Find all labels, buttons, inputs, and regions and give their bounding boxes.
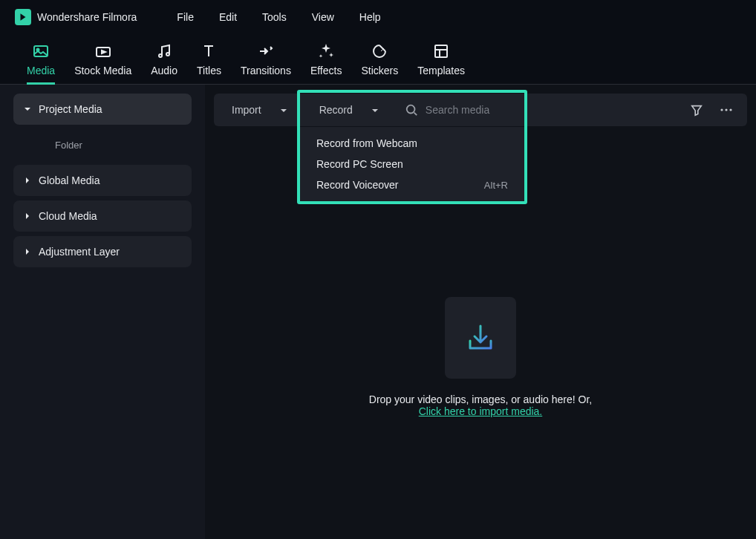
stickers-icon [371, 42, 388, 60]
filter-icon[interactable] [689, 102, 704, 117]
tab-transitions-label: Transitions [241, 65, 291, 76]
tab-stock-media-label: Stock Media [74, 65, 131, 76]
app-title: Wondershare Filmora [37, 11, 137, 23]
svg-point-3 [159, 54, 162, 57]
effects-icon [317, 42, 335, 60]
sidebar-item-adjustment-layer[interactable]: Adjustment Layer [13, 236, 192, 267]
main-area: Project Media Folder Global Media Cloud … [0, 85, 756, 539]
templates-icon [432, 42, 450, 60]
sidebar: Project Media Folder Global Media Cloud … [0, 85, 205, 539]
record-menu-label: Record from Webcam [316, 137, 417, 149]
content-area: Import Record [205, 85, 756, 539]
svg-rect-5 [435, 45, 447, 57]
audio-icon [155, 42, 173, 60]
svg-point-9 [729, 108, 731, 111]
media-icon [32, 42, 50, 60]
sidebar-label-adjustment-layer: Adjustment Layer [39, 246, 120, 258]
record-menu-label: Record PC Screen [316, 158, 403, 170]
tab-titles[interactable]: Titles [197, 42, 221, 84]
record-menu-item-voiceover[interactable]: Record Voiceover Alt+R [300, 174, 524, 195]
chevron-right-icon [24, 177, 31, 184]
import-label: Import [232, 104, 261, 116]
record-menu-item-webcam[interactable]: Record from Webcam [300, 133, 524, 154]
sidebar-label-project-media: Project Media [39, 103, 102, 115]
tab-transitions[interactable]: Transitions [241, 42, 291, 84]
record-menu-shortcut: Alt+R [484, 180, 508, 191]
chevron-down-icon [24, 105, 31, 113]
tab-titles-label: Titles [197, 65, 221, 76]
dropzone-text: Drop your video clips, images, or audio … [369, 393, 592, 405]
record-menu-item-pc-screen[interactable]: Record PC Screen [300, 154, 524, 174]
sidebar-item-project-media[interactable]: Project Media [13, 94, 192, 125]
dropzone[interactable]: Drop your video clips, images, or audio … [205, 297, 756, 417]
tab-templates-label: Templates [417, 65, 465, 76]
tab-media-label: Media [27, 65, 55, 76]
tab-media[interactable]: Media [27, 42, 55, 84]
sidebar-item-global-media[interactable]: Global Media [13, 165, 192, 196]
sidebar-label-global-media: Global Media [39, 174, 100, 186]
sidebar-item-folder[interactable]: Folder [13, 129, 192, 160]
menu-edit[interactable]: Edit [210, 8, 246, 26]
filmora-logo-icon [15, 9, 31, 25]
record-menu-highlight: Record from Webcam Record PC Screen Reco… [297, 90, 527, 204]
svg-point-8 [725, 108, 727, 111]
tab-stickers-label: Stickers [361, 65, 398, 76]
menu-help[interactable]: Help [351, 8, 390, 26]
tab-stock-media[interactable]: Stock Media [74, 42, 131, 84]
record-menu: Record from Webcam Record PC Screen Reco… [300, 127, 524, 201]
import-dropdown[interactable]: Import [227, 99, 297, 120]
toolbar-right [689, 102, 734, 117]
tab-stickers[interactable]: Stickers [361, 42, 398, 84]
menu-bar: File Edit Tools View Help [168, 8, 389, 26]
dropzone-link[interactable]: Click here to import media. [419, 405, 543, 417]
top-tabs: Media Stock Media Audio Titles Transitio… [0, 34, 756, 85]
tab-templates[interactable]: Templates [417, 42, 465, 84]
titles-icon [200, 42, 218, 60]
tab-effects-label: Effects [310, 65, 342, 76]
more-icon[interactable] [719, 102, 734, 117]
app-logo: Wondershare Filmora [15, 9, 137, 25]
tab-audio-label: Audio [151, 65, 177, 76]
tab-effects[interactable]: Effects [310, 42, 342, 84]
menu-file[interactable]: File [168, 8, 203, 26]
svg-point-4 [166, 53, 169, 56]
chevron-right-icon [24, 212, 31, 220]
import-icon [445, 297, 516, 379]
svg-point-7 [720, 108, 723, 111]
menu-tools[interactable]: Tools [253, 8, 296, 26]
sidebar-label-folder: Folder [55, 140, 82, 151]
record-menu-label: Record Voiceover [316, 179, 399, 191]
transitions-icon [257, 42, 275, 60]
tab-audio[interactable]: Audio [151, 42, 177, 84]
chevron-right-icon [24, 248, 31, 255]
stock-media-icon [94, 42, 112, 60]
title-bar: Wondershare Filmora File Edit Tools View… [0, 0, 756, 34]
chevron-down-icon [279, 105, 288, 114]
sidebar-label-cloud-media: Cloud Media [39, 210, 97, 222]
menu-view[interactable]: View [303, 8, 343, 26]
sidebar-item-cloud-media[interactable]: Cloud Media [13, 200, 192, 232]
